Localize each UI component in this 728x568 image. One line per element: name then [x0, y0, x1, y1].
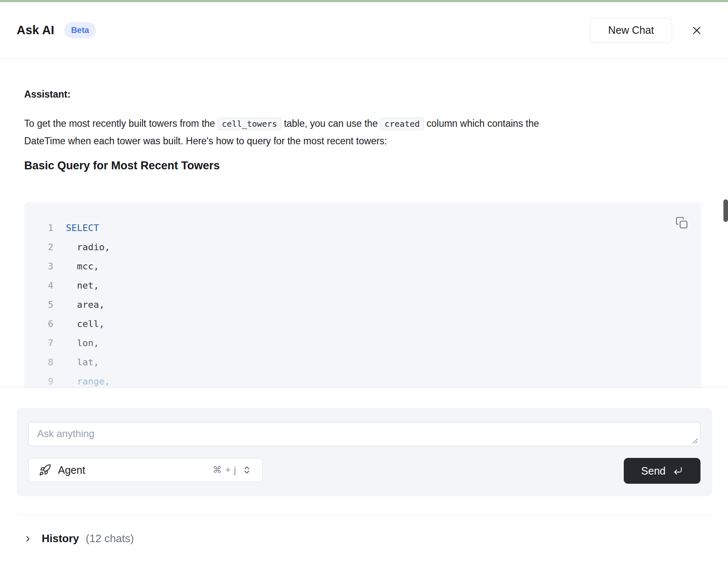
code-line: 1 SELECT — [35, 218, 701, 237]
line-number: 4 — [35, 280, 53, 291]
code-text: lon, — [66, 338, 99, 348]
code-text: lat, — [66, 357, 99, 367]
message-input-wrap — [28, 422, 700, 446]
code-text: range, — [66, 376, 110, 387]
send-button-label: Send — [641, 465, 665, 477]
history-toggle[interactable]: History (12 chats) — [23, 532, 134, 545]
code-line: 7 lon, — [35, 333, 701, 352]
inline-code-cell-towers: cell_towers — [218, 118, 281, 130]
history-label: History — [42, 532, 79, 545]
close-icon — [691, 25, 702, 36]
scrollbar-thumb[interactable] — [723, 199, 728, 222]
page-title: Ask AI — [17, 23, 54, 37]
agent-mode-select[interactable]: Agent ⌘ + j — [28, 458, 263, 482]
header: Ask AI Beta New Chat — [0, 2, 728, 59]
line-number: 7 — [35, 338, 53, 348]
message-text: To get the most recently built towers fr… — [24, 118, 218, 129]
code-line: 6 cell, — [35, 314, 701, 333]
line-number: 2 — [35, 242, 53, 252]
sql-code-block: 1 SELECT 2 radio, 3 mcc, 4 net, 5 area, … — [24, 202, 701, 388]
message-text: DateTime when each tower was built. Here… — [24, 136, 387, 146]
code-text: SELECT — [66, 223, 99, 233]
keyboard-shortcut: ⌘ + j — [213, 465, 236, 475]
chevrons-up-down-icon — [242, 465, 251, 475]
composer-panel: Agent ⌘ + j Send — [17, 408, 712, 496]
code-text: radio, — [66, 242, 110, 252]
message-input[interactable] — [28, 422, 700, 446]
copy-icon — [675, 216, 688, 229]
code-text: net, — [66, 280, 99, 291]
code-line: 4 net, — [35, 276, 701, 295]
chat-scroll-area[interactable]: Assistant: To get the most recently buil… — [0, 59, 728, 388]
new-chat-button[interactable]: New Chat — [590, 18, 672, 43]
agent-mode-label: Agent — [58, 464, 85, 476]
send-button[interactable]: Send — [624, 458, 700, 484]
resize-grip-icon[interactable] — [691, 437, 698, 444]
code-line: 8 lat, — [35, 352, 701, 372]
line-number: 5 — [35, 299, 53, 310]
chevron-right-icon — [23, 534, 33, 543]
code-line: 5 area, — [35, 295, 701, 314]
section-heading: Basic Query for Most Recent Towers — [24, 158, 701, 173]
code-line: 2 radio, — [35, 237, 701, 256]
message-text: column which contains the — [424, 118, 539, 129]
history-divider — [18, 515, 711, 515]
line-number: 8 — [35, 357, 53, 367]
code-line: 9 range, — [35, 372, 701, 388]
composer-controls-row: Agent ⌘ + j Send — [28, 458, 700, 484]
copy-code-button[interactable] — [675, 216, 689, 230]
beta-badge: Beta — [64, 22, 95, 38]
code-text: area, — [66, 299, 105, 310]
rocket-icon — [39, 464, 51, 476]
code-text: mcc, — [66, 261, 99, 271]
message-text: table, you can use the — [281, 118, 381, 129]
close-button[interactable] — [690, 23, 704, 38]
line-number: 6 — [35, 319, 53, 329]
line-number: 1 — [35, 223, 53, 233]
line-number: 9 — [35, 376, 53, 387]
history-count: (12 chats) — [86, 532, 134, 545]
inline-code-created: created — [380, 118, 424, 130]
code-text: cell, — [66, 319, 105, 329]
return-icon — [673, 466, 683, 476]
assistant-role-label: Assistant: — [24, 88, 701, 100]
assistant-message-paragraph: To get the most recently built towers fr… — [24, 115, 701, 150]
code-line: 3 mcc, — [35, 256, 701, 276]
line-number: 3 — [35, 261, 53, 271]
